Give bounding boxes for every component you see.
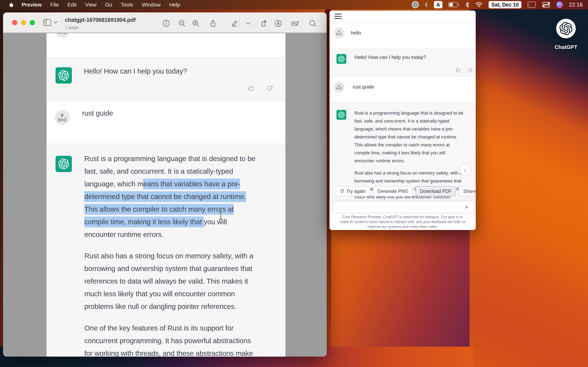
- assistant-greeting-text: Hello! How can I help you today?: [84, 67, 187, 75]
- pdf-page: V 6n3 Hello! How can I help you today? V…: [47, 33, 285, 357]
- thumbs-down-icon[interactable]: [467, 68, 473, 73]
- message-input[interactable]: [337, 203, 463, 211]
- send-icon[interactable]: [464, 204, 470, 210]
- menu-tools[interactable]: Tools: [121, 2, 133, 8]
- preview-titlebar: chatgpt-1670681691904.pdf 1 page: [3, 12, 327, 33]
- info-icon[interactable]: [162, 19, 170, 27]
- pdf-row-user-partial: V 6n3: [47, 33, 285, 57]
- menu-help[interactable]: Help: [169, 2, 180, 8]
- input-source-icon[interactable]: A: [434, 1, 442, 8]
- toolbar-divider: [239, 19, 239, 28]
- thumbs-up-icon[interactable]: [248, 85, 255, 92]
- chatgpt-header: [329, 11, 476, 22]
- action-buttons-row: Try again Generate PNG Download PDF Shar…: [336, 186, 473, 196]
- research-preview-footer: Free Research Preview: ChatGPT is optimi…: [329, 215, 476, 229]
- share-icon[interactable]: [209, 19, 217, 27]
- zoom-window-button[interactable]: [30, 20, 35, 25]
- zoom-out-icon[interactable]: [178, 19, 186, 27]
- scroll-to-bottom-button[interactable]: ↓: [459, 164, 471, 176]
- share-link-button[interactable]: Share Link: [459, 186, 476, 196]
- control-center-icon[interactable]: [542, 2, 550, 8]
- menubar-date[interactable]: Sat, Dec 10: [489, 1, 521, 8]
- wifi-icon[interactable]: [475, 2, 483, 8]
- close-button[interactable]: [12, 20, 17, 25]
- user-message-text: hello: [351, 30, 361, 36]
- siri-icon[interactable]: [556, 1, 563, 8]
- user-avatar: V 6n3: [55, 110, 70, 125]
- menu-go[interactable]: Go: [105, 2, 112, 8]
- menu-bar: Preview File Edit View Go Tools Window H…: [0, 0, 588, 9]
- sidebar-toggle-button[interactable]: [43, 19, 57, 26]
- preview-window: chatgpt-1670681691904.pdf 1 page: [3, 12, 327, 357]
- chevron-down-icon[interactable]: [244, 19, 252, 27]
- chatgpt-menubar-icon[interactable]: [412, 1, 419, 8]
- chatgpt-avatar: [56, 67, 72, 83]
- user-avatar: V 6n3: [334, 27, 345, 38]
- desktop-icon-label: ChatGPT: [552, 44, 580, 50]
- menubar-clock[interactable]: 22:16: [569, 2, 583, 8]
- window-title: chatgpt-1670681691904.pdf: [65, 17, 136, 23]
- preview-content-area: V 6n3 Hello! How can I help you today? V…: [3, 33, 327, 357]
- zoom-in-icon[interactable]: [192, 19, 200, 27]
- answer-paragraph-2: Rust also has a strong focus on memory s…: [84, 250, 253, 313]
- try-again-button[interactable]: Try again: [336, 186, 370, 196]
- user-avatar: V 6n3: [334, 82, 345, 92]
- markup-pen-icon[interactable]: [231, 19, 239, 27]
- menu-hamburger-icon[interactable]: [334, 14, 342, 19]
- chevron-left-icon[interactable]: [425, 2, 428, 7]
- wallpaper-right-gradient: [470, 0, 588, 367]
- page-count-label: 1 page: [65, 25, 136, 30]
- menu-window[interactable]: Window: [142, 2, 160, 8]
- chatgpt-avatar: [337, 110, 346, 120]
- user-message-text: rust guide: [353, 84, 374, 90]
- annotate-compass-icon[interactable]: [274, 19, 282, 27]
- assistant-greeting-text: Hello! How can I help you today?: [355, 54, 426, 60]
- menu-view[interactable]: View: [85, 2, 96, 8]
- message-input-container: [333, 201, 474, 213]
- answer-paragraph-3: One of the key features of Rust is its s…: [84, 322, 253, 357]
- download-pdf-button[interactable]: Download PDF: [416, 186, 456, 196]
- bluetooth-icon[interactable]: [465, 2, 469, 8]
- chat-row-assistant-1: Hello! How can I help you today?: [329, 49, 476, 77]
- chatgpt-avatar: [337, 54, 346, 64]
- generate-png-button[interactable]: Generate PNG: [373, 186, 413, 196]
- user-prompt-text: rust guide: [82, 109, 113, 117]
- battery-icon[interactable]: [448, 2, 459, 7]
- menu-edit[interactable]: Edit: [67, 2, 77, 8]
- answer-paragraph-1: Rust is a programming language that is d…: [355, 109, 463, 165]
- thumbs-up-icon[interactable]: [455, 67, 461, 73]
- chatgpt-window: V 6n3 hello Hello! How can I help you to…: [329, 11, 476, 230]
- pdf-row-assistant-greeting: Hello! How can I help you today?: [47, 57, 285, 101]
- menu-file[interactable]: File: [50, 2, 59, 8]
- rotate-icon[interactable]: [260, 19, 268, 27]
- chevron-down-icon: [54, 21, 57, 24]
- apple-menu-icon[interactable]: [8, 2, 13, 8]
- form-fill-icon[interactable]: [291, 19, 299, 27]
- user-avatar: V 6n3: [55, 33, 70, 38]
- thumbs-down-icon[interactable]: [266, 85, 273, 92]
- chat-row-user-1: V 6n3 hello: [329, 22, 476, 49]
- arrow-down-icon: ↓: [464, 167, 467, 173]
- pdf-row-assistant-answer: Rust is a programming language that is d…: [47, 144, 285, 357]
- search-icon[interactable]: [309, 19, 317, 27]
- chatgpt-avatar: [56, 156, 72, 172]
- text-cursor: [218, 211, 223, 221]
- answer-paragraph-1: Rust is a programming language that is d…: [84, 152, 255, 241]
- chatgpt-desktop-icon[interactable]: ChatGPT: [552, 19, 580, 50]
- chatgpt-icon: [556, 19, 576, 38]
- menu-app-name[interactable]: Preview: [22, 2, 42, 8]
- screen-mirroring-icon[interactable]: [527, 1, 536, 8]
- refresh-icon: [340, 189, 345, 193]
- pdf-row-user-prompt: V 6n3 rust guide: [47, 101, 285, 144]
- chat-row-user-2: V 6n3 rust guide: [329, 77, 476, 102]
- minimize-button[interactable]: [21, 20, 26, 25]
